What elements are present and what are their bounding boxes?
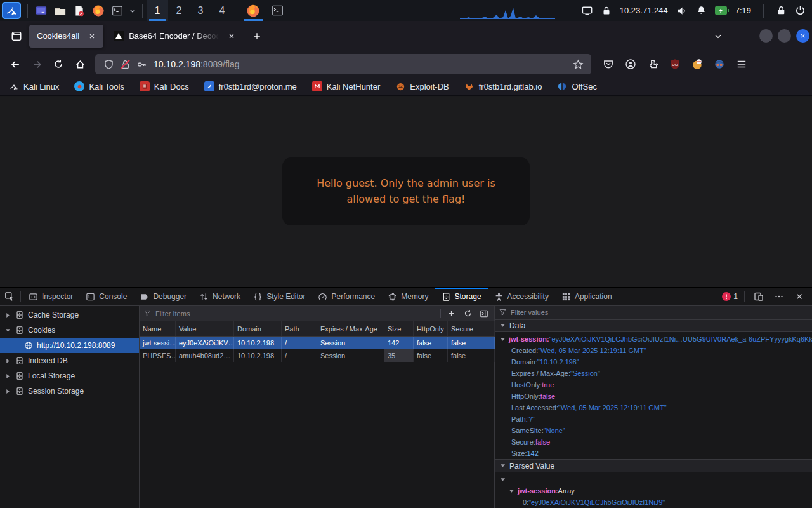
tab-accessibility[interactable]: Accessibility — [488, 288, 555, 305]
home-button[interactable] — [70, 54, 90, 74]
column-header[interactable]: Domain — [234, 321, 282, 336]
cookie-row-phpsessid[interactable]: PHPSES… amuh4b08ud2… 10.10.2.198 / Sessi… — [140, 349, 494, 362]
tree-row-jwt-session[interactable]: jwt-session"eyJ0eXAiOiJKV1QiLCJhbGciOiJI… — [495, 333, 812, 345]
column-header[interactable]: Expires / Max-Age — [317, 321, 384, 336]
firefox-launcher[interactable] — [89, 0, 108, 21]
ublock-origin-icon[interactable]: UO — [667, 56, 683, 72]
battery-icon[interactable] — [715, 6, 727, 15]
twisty-icon[interactable] — [500, 337, 509, 342]
tab-performance[interactable]: Performance — [311, 288, 381, 305]
notification-bell-icon[interactable] — [696, 5, 707, 16]
tab-memory[interactable]: Memory — [381, 288, 435, 305]
tab-application[interactable]: Application — [555, 288, 619, 305]
tree-row-size[interactable]: Size142 — [495, 448, 812, 459]
refresh-items-button[interactable] — [461, 307, 474, 320]
tracking-protection-shield-icon[interactable] — [100, 56, 117, 72]
sidebar-item-indexed-db[interactable]: Indexed DB — [0, 353, 139, 368]
vpn-lock-icon[interactable] — [601, 6, 612, 16]
tab-style-editor[interactable]: Style Editor — [247, 288, 311, 305]
tree-row-parsed-root[interactable] — [495, 474, 812, 485]
filter-items-input[interactable] — [155, 310, 436, 318]
sidebar-item-local-storage[interactable]: Local Storage — [0, 368, 139, 384]
data-section-header[interactable]: Data — [495, 319, 812, 333]
sidebar-item-session-storage[interactable]: Session Storage — [0, 384, 139, 399]
close-window-button[interactable] — [796, 29, 809, 43]
add-item-button[interactable] — [445, 307, 457, 320]
workspace-3[interactable]: 3 — [190, 0, 211, 21]
power-icon[interactable] — [795, 5, 806, 16]
workspace-2[interactable]: 2 — [168, 0, 190, 21]
workspace-1[interactable]: 1 — [147, 0, 168, 21]
twisty-icon[interactable] — [509, 488, 518, 494]
tree-row-path[interactable]: Path"/" — [495, 413, 812, 425]
parsed-value-section-header[interactable]: Parsed Value — [495, 459, 812, 472]
tab-close-icon[interactable] — [86, 30, 98, 43]
column-header[interactable]: HttpOnly — [414, 321, 448, 336]
twisty-icon[interactable] — [5, 358, 11, 364]
new-tab-button[interactable] — [248, 27, 266, 45]
terminal-window-button[interactable] — [265, 0, 289, 21]
sidebar-item-cookie-host[interactable]: http://10.10.2.198:8089 — [0, 338, 139, 353]
kali-menu-button[interactable] — [2, 2, 21, 19]
list-all-tabs-button[interactable] — [710, 29, 726, 44]
cookie-row-jwt-session[interactable]: jwt-sessi… eyJ0eXAiOiJKV… 10.10.2.198 / … — [140, 337, 494, 349]
column-header[interactable]: Secure — [448, 321, 495, 336]
pocket-icon[interactable] — [600, 56, 617, 72]
bookmark-kali-tools[interactable]: Kali Tools — [74, 81, 124, 91]
bookmark-offsec[interactable]: OffSec — [557, 81, 597, 91]
error-count-badge[interactable]: 1 — [722, 292, 738, 301]
account-icon[interactable] — [622, 56, 639, 72]
tab-storage[interactable]: Storage — [435, 288, 488, 305]
firefox-view-button[interactable] — [6, 26, 27, 46]
column-header[interactable]: Value — [176, 321, 234, 336]
minimize-button[interactable] — [759, 29, 773, 43]
insecure-connection-lock-icon[interactable] — [117, 56, 133, 72]
twisty-icon[interactable] — [5, 328, 11, 333]
sidebar-item-cache-storage[interactable]: Cache Storage — [0, 307, 139, 323]
tab-cookies4all[interactable]: Cookies4all — [29, 25, 103, 48]
twisty-icon[interactable] — [5, 373, 11, 379]
close-devtools-button[interactable] — [792, 289, 807, 304]
extension-icon[interactable] — [711, 56, 728, 72]
responsive-design-button[interactable] — [751, 289, 766, 304]
url-bar[interactable]: 10.10.2.198:8089/flag — [95, 54, 591, 74]
sidebar-item-cookies[interactable]: Cookies — [0, 323, 139, 338]
tab-console[interactable]: Console — [79, 288, 133, 305]
back-button[interactable] — [5, 54, 25, 74]
forward-button[interactable] — [27, 54, 47, 74]
tree-row-secure[interactable]: Securefalse — [495, 436, 812, 448]
variables-view-toggle-button[interactable] — [478, 307, 490, 320]
volume-icon[interactable] — [676, 5, 688, 17]
firefox-window-button[interactable] — [241, 0, 265, 21]
tree-row-domain[interactable]: Domain"10.10.2.198" — [495, 356, 812, 368]
tree-row-expires[interactable]: Expires / Max-Age"Session" — [495, 368, 812, 379]
tree-row-samesite[interactable]: SameSite"None" — [495, 425, 812, 436]
extensions-puzzle-icon[interactable] — [645, 56, 661, 72]
extension-icon[interactable] — [689, 56, 705, 72]
launcher-dropdown[interactable] — [127, 0, 138, 21]
saved-login-key-icon[interactable] — [133, 56, 150, 72]
tab-debugger[interactable]: Debugger — [133, 288, 193, 305]
filter-values-input[interactable] — [511, 309, 808, 316]
reload-button[interactable] — [48, 54, 69, 74]
terminal-launcher[interactable] — [108, 0, 127, 21]
tree-row-parsed-jwt-session[interactable]: jwt-sessionArray — [495, 485, 812, 497]
bookmark-proton-mail[interactable]: fr0stb1rd@proton.me — [204, 81, 297, 91]
pick-element-button[interactable] — [0, 288, 19, 305]
maximize-button[interactable] — [778, 29, 791, 43]
column-header[interactable]: Size — [384, 321, 414, 336]
tree-row-parsed-item-0[interactable]: 0"eyJ0eXAiOiJKV1QiLCJhbGciOiJIUzI1NiJ9" — [495, 497, 812, 508]
bookmark-gitlab[interactable]: fr0stb1rd.gitlab.io — [464, 81, 542, 91]
tab-inspector[interactable]: Inspector — [22, 288, 79, 305]
bookmark-kali-nethunter[interactable]: Kali NetHunter — [312, 81, 381, 91]
menu-hamburger-icon[interactable] — [733, 56, 750, 72]
twisty-icon[interactable] — [500, 477, 509, 483]
tree-row-httponly[interactable]: HttpOnlyfalse — [495, 391, 812, 402]
tab-close-icon[interactable] — [225, 30, 238, 43]
workspace-4[interactable]: 4 — [211, 0, 233, 21]
file-manager-launcher[interactable] — [51, 0, 70, 21]
clock[interactable]: 7:19 — [735, 6, 751, 15]
lock-screen-icon[interactable] — [776, 5, 787, 16]
bookmark-exploit-db[interactable]: Exploit-DB — [395, 81, 449, 91]
tree-row-last-accessed[interactable]: Last Accessed"Wed, 05 Mar 2025 12:19:11 … — [495, 402, 812, 413]
